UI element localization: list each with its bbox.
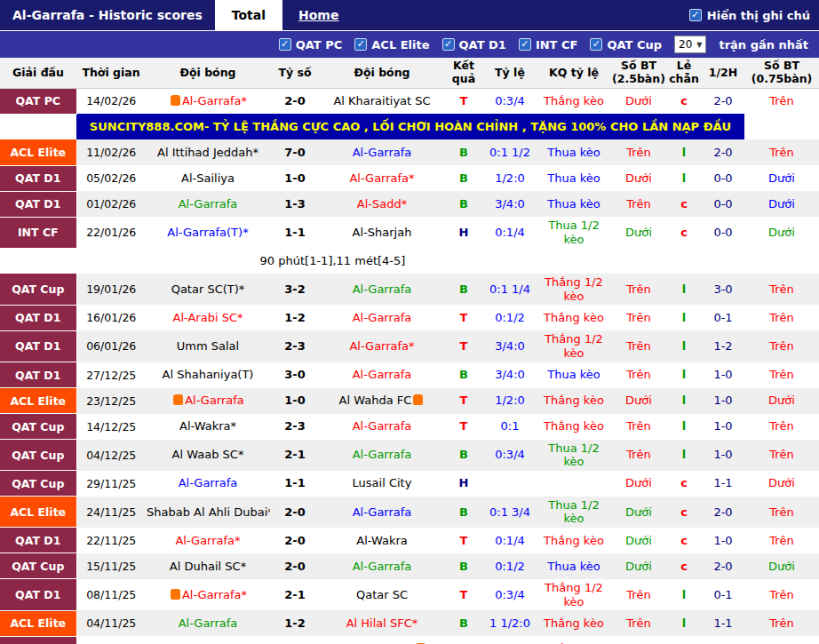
ad-banner[interactable]: SUNCITY888.COM- TỶ LỆ THẮNG CỰC CAO , LỐ… <box>76 114 744 139</box>
over-under-2-5: Trên <box>611 305 666 330</box>
match-row[interactable]: QAT D127/12/25Al Shahaniya(T)3-0Al-Garra… <box>0 362 819 388</box>
away-team[interactable]: Al-Garrafa <box>320 274 444 305</box>
match-row[interactable]: QAT Cup15/11/25Al Duhail SC*2-0Al-Garraf… <box>0 553 819 579</box>
match-row[interactable]: QAT D108/11/25Al-Garrafa*2-1Qatar SCT0:3… <box>0 579 819 610</box>
league-badge: QAT D1 <box>0 528 76 553</box>
home-team[interactable]: Al-Garrafa <box>146 636 270 644</box>
match-count-value: 20 <box>679 38 692 51</box>
home-team[interactable]: Qatar SC(T)* <box>146 274 270 305</box>
home-team[interactable]: Al Shahaniya(T) <box>146 362 270 388</box>
team-name: Umm Salal <box>177 339 239 353</box>
match-date: 23/12/25 <box>76 388 146 414</box>
away-team[interactable]: Al-Wakra <box>320 528 444 553</box>
full-time-score: 1-1 <box>270 471 320 497</box>
home-team[interactable]: Al-Sailiya <box>146 165 270 191</box>
match-row[interactable]: QAT D105/02/26Al-Sailiya1-0Al-Garrafa*B1… <box>0 165 819 191</box>
half-time-score: 1-1 <box>702 471 744 497</box>
half-time-score: 1-0 <box>702 528 744 553</box>
chevron-down-icon: ▼ <box>696 41 702 49</box>
away-team[interactable]: Al Hilal SFC* <box>320 610 444 636</box>
team-name: Al-Sailiya <box>181 171 235 185</box>
handicap-result: Thua kèo <box>537 191 611 217</box>
away-team[interactable]: Al-Garrafa <box>320 497 444 528</box>
match-row[interactable]: QAT D130/10/25Al-Garrafa3-1Al Duhail SC*… <box>0 636 819 644</box>
odd-even: l <box>666 610 702 636</box>
away-team[interactable]: Al Wahda FC <box>320 388 444 414</box>
team-name: Al-Wakra* <box>179 419 236 433</box>
tab-total[interactable]: Total <box>216 0 282 30</box>
home-team[interactable]: Al-Garrafa <box>146 388 270 414</box>
away-team[interactable]: Al-Garrafa* <box>320 330 444 362</box>
home-team[interactable]: Al-Garrafa(T)* <box>146 217 270 248</box>
odd-even: c <box>666 528 702 553</box>
match-date: 22/01/26 <box>76 217 146 248</box>
filter-acl-elite[interactable]: ✓ACL Elite <box>354 38 429 52</box>
result-letter: H <box>444 217 483 248</box>
away-team[interactable]: Al-Garrafa <box>320 305 444 330</box>
hot-icon <box>171 589 180 600</box>
filter-qat-pc[interactable]: ✓QAT PC <box>279 38 343 52</box>
away-team[interactable]: Al Duhail SC* <box>320 636 444 644</box>
match-row[interactable]: QAT PC14/02/26Al-Garrafa*2-0Al Kharaitiy… <box>0 88 819 114</box>
away-team[interactable]: Al-Garrafa* <box>320 165 444 191</box>
away-team[interactable]: Al Kharaitiyat SC <box>320 88 444 114</box>
match-row[interactable]: ACL Elite11/02/26Al Ittihad Jeddah*7-0Al… <box>0 139 819 165</box>
note-row: 90 phút[1-1],11 mét[4-5] <box>0 248 819 274</box>
full-time-score: 2-1 <box>270 579 320 610</box>
match-row[interactable]: QAT Cup14/12/25Al-Wakra*2-3Al-GarrafaT0:… <box>0 414 819 440</box>
match-row[interactable]: QAT D122/11/25Al-Garrafa*2-0Al-WakraT0:1… <box>0 528 819 553</box>
match-row[interactable]: ACL Elite04/11/25Al-Garrafa1-2Al Hilal S… <box>0 610 819 636</box>
home-team[interactable]: Al-Garrafa <box>146 191 270 217</box>
match-row[interactable]: ACL Elite24/11/25Shabab Al Ahli Dubai*2-… <box>0 497 819 528</box>
home-team[interactable]: Al-Garrafa* <box>146 528 270 553</box>
home-team[interactable]: Al Ittihad Jeddah* <box>146 139 270 165</box>
match-date: 16/01/26 <box>76 305 146 330</box>
match-row[interactable]: QAT Cup04/12/25Al Waab SC*2-1Al-GarrafaB… <box>0 440 819 471</box>
filterbar: ✓QAT PC✓ACL Elite✓QAT D1✓INT CF✓QAT Cup … <box>0 31 819 58</box>
filter-label: ACL Elite <box>371 38 429 52</box>
full-time-score: 7-0 <box>270 139 320 165</box>
away-team[interactable]: Al-Garrafa <box>320 553 444 579</box>
away-team[interactable]: Al-Sadd* <box>320 191 444 217</box>
filter-int-cf[interactable]: ✓INT CF <box>519 38 578 52</box>
away-team[interactable]: Al-Garrafa <box>320 414 444 440</box>
home-team[interactable]: Al-Garrafa <box>146 471 270 497</box>
match-row[interactable]: QAT D106/01/26Umm Salal2-3Al-Garrafa*T3/… <box>0 330 819 362</box>
away-team[interactable]: Al-Garrafa <box>320 362 444 388</box>
over-under-2-5: Trên <box>611 414 666 440</box>
tab-home[interactable]: Home <box>282 0 354 30</box>
handicap-odds: 0:1 1/2 <box>483 139 537 165</box>
match-row[interactable]: QAT Cup19/01/26Qatar SC(T)*3-2Al-Garrafa… <box>0 274 819 305</box>
show-notes-toggle[interactable]: ✓ Hiển thị ghi chú <box>689 0 819 30</box>
home-team[interactable]: Al Waab SC* <box>146 440 270 471</box>
home-team[interactable]: Al Duhail SC* <box>146 553 270 579</box>
home-team[interactable]: Al-Garrafa* <box>146 579 270 610</box>
home-team[interactable]: Al-Garrafa <box>146 610 270 636</box>
match-date: 15/11/25 <box>76 553 146 579</box>
filter-qat-d1[interactable]: ✓QAT D1 <box>442 38 506 52</box>
home-team[interactable]: Shabab Al Ahli Dubai* <box>146 497 270 528</box>
match-row[interactable]: QAT Cup29/11/25Al-Garrafa1-1Lusail CityH… <box>0 471 819 497</box>
filter-qat-cup[interactable]: ✓QAT Cup <box>590 38 662 52</box>
column-header: Số BT (2.5bàn) <box>611 58 666 88</box>
away-team[interactable]: Al-Garrafa <box>320 440 444 471</box>
home-team[interactable]: Al-Arabi SC* <box>146 305 270 330</box>
home-team[interactable]: Al-Wakra* <box>146 414 270 440</box>
match-row[interactable]: QAT D116/01/26Al-Arabi SC*1-2Al-GarrafaT… <box>0 305 819 330</box>
away-team[interactable]: Lusail City <box>320 471 444 497</box>
result-letter: T <box>444 579 483 610</box>
away-team[interactable]: Al-Garrafa <box>320 139 444 165</box>
match-row[interactable]: ACL Elite23/12/25Al-Garrafa1-0Al Wahda F… <box>0 388 819 414</box>
match-count-select[interactable]: 20 ▼ <box>674 36 706 53</box>
match-row[interactable]: INT CF22/01/26Al-Garrafa(T)*1-1Al-Sharja… <box>0 217 819 248</box>
count-suffix-label: trận gần nhất <box>719 38 808 52</box>
away-team[interactable]: Al-Sharjah <box>320 217 444 248</box>
match-date: 05/02/26 <box>76 165 146 191</box>
home-team[interactable]: Al-Garrafa* <box>146 88 270 114</box>
home-team[interactable]: Umm Salal <box>146 330 270 362</box>
away-team[interactable]: Qatar SC <box>320 579 444 610</box>
match-row[interactable]: QAT D101/02/26Al-Garrafa1-3Al-Sadd*B3/4:… <box>0 191 819 217</box>
over-under-0-75: Trên <box>744 362 819 388</box>
result-letter: T <box>444 305 483 330</box>
match-date: 11/02/26 <box>76 139 146 165</box>
